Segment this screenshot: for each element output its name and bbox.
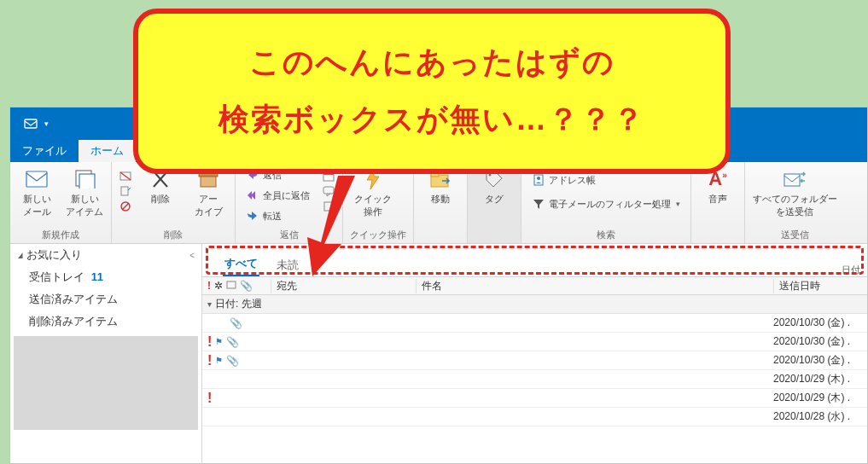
ribbon-group-delete: 削除 アー カイブ 削除 <box>112 162 236 243</box>
message-date: 2020/10/29 (木) . <box>773 391 867 405</box>
attachment-col-icon[interactable]: 📎 <box>240 280 253 292</box>
annotation-bubble: このへんにあったはずの 検索ボックスが無い…？？？ <box>133 9 731 174</box>
filter-mail-button[interactable]: 電子メールのフィルター処理▾ <box>528 194 684 213</box>
svg-rect-7 <box>121 187 128 195</box>
message-row[interactable]: !⚑📎2020/10/30 (金) . <box>202 333 867 351</box>
nav-inbox[interactable]: 受信トレイ 11 <box>10 266 201 288</box>
message-date: 2020/10/29 (木) . <box>773 372 867 386</box>
svg-line-6 <box>120 172 131 180</box>
body: お気に入り < 受信トレイ 11 送信済みアイテム 削除済みアイテム すべて 未… <box>10 244 867 463</box>
svg-rect-2 <box>26 171 47 187</box>
message-row[interactable]: 2020/10/29 (木) . <box>202 370 867 389</box>
importance-col-icon[interactable]: ! <box>207 280 211 292</box>
col-date[interactable]: 送信日時 <box>773 279 867 293</box>
annotation-line2: 検索ボックスが無い…？？？ <box>218 99 645 141</box>
filter-all[interactable]: すべて <box>223 252 259 276</box>
new-items-button[interactable]: 新しい アイテム <box>65 165 104 218</box>
svg-rect-1 <box>25 119 37 128</box>
message-row[interactable]: 2020/10/28 (水) . <box>202 408 867 426</box>
svg-marker-25 <box>533 200 544 209</box>
col-subject[interactable]: 件名 <box>416 279 773 293</box>
message-date: 2020/10/30 (金) . <box>773 334 867 349</box>
flag-icon: ⚑ <box>215 356 223 365</box>
svg-rect-13 <box>201 177 216 187</box>
collapse-icon[interactable]: < <box>189 251 195 260</box>
filter-tabs: すべて 未読 日付 <box>202 244 867 276</box>
inbox-count: 11 <box>91 270 103 283</box>
chevron-down-icon: ▾ <box>676 200 680 208</box>
qat-icon <box>24 117 39 130</box>
nav-sent[interactable]: 送信済みアイテム <box>10 288 201 310</box>
delete-small-buttons <box>119 165 132 213</box>
icon-col-icon[interactable] <box>226 280 236 293</box>
svg-point-24 <box>537 177 540 180</box>
importance-icon: ! <box>207 353 212 368</box>
message-row[interactable]: !2020/10/29 (木) . <box>202 389 867 408</box>
nav-deleted[interactable]: 削除済みアイテム <box>10 310 201 333</box>
nav-preview-placeholder <box>14 336 198 430</box>
svg-rect-4 <box>79 174 95 188</box>
ribbon: 新しい メール 新しい アイテム 新規作成 削除 <box>10 162 867 244</box>
message-date: 2020/10/30 (金) . <box>773 353 867 368</box>
ribbon-group-speech: A» 音声 <box>691 162 745 243</box>
new-mail-button[interactable]: 新しい メール <box>17 165 56 218</box>
column-headers: ! ✲ 📎 宛先 件名 送信日時 <box>202 276 867 295</box>
junk-icon[interactable] <box>119 200 132 213</box>
message-date: 2020/10/28 (水) . <box>773 409 867 424</box>
svg-rect-27 <box>227 281 236 288</box>
ribbon-group-move: 移動 <box>414 162 468 243</box>
reminder-col-icon[interactable]: ✲ <box>214 280 223 292</box>
ribbon-group-sendrecv: すべてのフォルダー を送受信 送受信 <box>745 162 844 243</box>
ribbon-group-new: 新しい メール 新しい アイテム 新規作成 <box>10 162 112 243</box>
ribbon-group-find: アドレス帳 電子メールのフィルター処理▾ 検索 <box>521 162 691 243</box>
send-receive-icon <box>783 167 807 191</box>
clean-icon[interactable] <box>119 184 132 198</box>
filter-unread[interactable]: 未読 <box>275 254 300 276</box>
annotation-arrow <box>304 176 364 276</box>
tab-file[interactable]: ファイル <box>10 140 79 162</box>
attachment-icon: 📎 <box>230 317 242 329</box>
filter-icon <box>532 197 545 211</box>
importance-icon: ! <box>207 334 212 350</box>
message-list: すべて 未読 日付 ! ✲ 📎 宛先 件名 送信日時 日付: 先週 📎2020/… <box>202 244 867 463</box>
attachment-icon: 📎 <box>226 355 239 367</box>
forward-icon <box>246 209 259 223</box>
attachment-icon: 📎 <box>226 336 239 348</box>
message-date: 2020/10/30 (金) . <box>773 316 867 330</box>
mail-icon <box>25 167 49 191</box>
favorites-header[interactable]: お気に入り < <box>10 244 201 266</box>
reply-all-button[interactable]: 全員に返信 <box>242 186 313 205</box>
svg-marker-0 <box>307 176 355 276</box>
col-from[interactable]: 宛先 <box>271 279 416 293</box>
quick-access-toolbar[interactable]: ▾ <box>10 107 61 140</box>
send-receive-button[interactable]: すべてのフォルダー を送受信 <box>752 165 837 218</box>
importance-icon: ! <box>207 391 212 406</box>
qat-dropdown-icon[interactable]: ▾ <box>44 119 49 128</box>
folder-nav: お気に入り < 受信トレイ 11 送信済みアイテム 削除済みアイテム <box>10 244 202 463</box>
flag-icon: ⚑ <box>215 337 223 346</box>
column-date-small: 日付 <box>842 264 867 276</box>
forward-button[interactable]: 転送 <box>242 206 313 225</box>
date-group-header[interactable]: 日付: 先週 <box>202 295 867 314</box>
message-row[interactable]: 📎2020/10/30 (金) . <box>202 314 867 333</box>
svg-rect-26 <box>784 174 800 186</box>
new-items-icon <box>73 167 96 191</box>
address-book-icon <box>532 173 545 187</box>
svg-line-9 <box>122 203 129 210</box>
annotation-line1: このへんにあったはずの <box>249 42 615 84</box>
tab-home[interactable]: ホーム <box>79 140 136 162</box>
ignore-icon[interactable] <box>119 169 132 183</box>
reply-all-icon <box>246 188 259 202</box>
message-row[interactable]: !⚑📎2020/10/30 (金) . <box>202 351 867 370</box>
ribbon-group-tags: タグ <box>468 162 521 243</box>
